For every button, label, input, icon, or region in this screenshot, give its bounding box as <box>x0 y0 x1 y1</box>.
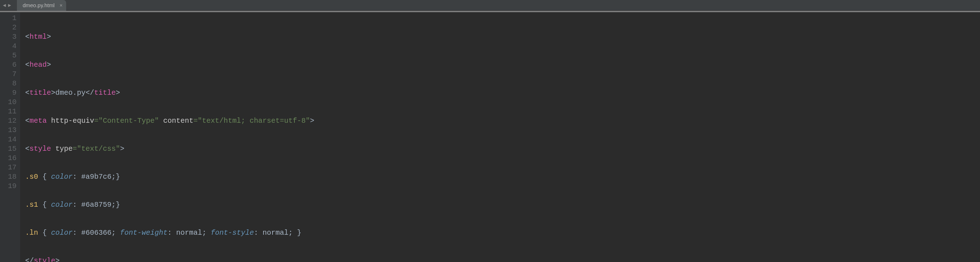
close-icon[interactable]: × <box>60 3 62 8</box>
code-editor[interactable]: 1 2 3 4 5 6 7 8 9 10 11 12 13 14 15 16 1… <box>0 12 980 262</box>
line-number: 6 <box>6 60 16 69</box>
line-number: 17 <box>6 163 16 172</box>
line-number-gutter: 1 2 3 4 5 6 7 8 9 10 11 12 13 14 15 16 1… <box>0 12 20 262</box>
line-number: 8 <box>6 79 16 88</box>
code-line[interactable]: .ln { color: #606366; font-weight: norma… <box>25 228 716 238</box>
line-number: 7 <box>6 69 16 79</box>
line-number: 19 <box>6 182 16 191</box>
line-number: 3 <box>6 32 16 42</box>
line-number: 13 <box>6 126 16 135</box>
line-number: 9 <box>6 88 16 98</box>
line-number: 16 <box>6 154 16 163</box>
code-line[interactable]: <meta http-equiv="Content-Type" content=… <box>25 116 716 126</box>
line-number: 15 <box>6 144 16 154</box>
code-line[interactable]: .s1 { color: #6a8759;} <box>25 200 716 210</box>
line-number: 12 <box>6 116 16 126</box>
code-line[interactable]: <head> <box>25 60 716 69</box>
line-number: 14 <box>6 135 16 144</box>
line-number: 10 <box>6 98 16 107</box>
line-number: 2 <box>6 23 16 32</box>
toolbar: ◀ ▶ dmeo.py.html × <box>0 0 980 11</box>
nav-forward-icon[interactable]: ▶ <box>8 3 11 8</box>
code-line[interactable]: <html> <box>25 32 716 42</box>
code-line[interactable]: </style> <box>25 256 716 262</box>
line-number: 18 <box>6 172 16 182</box>
editor-tab[interactable]: dmeo.py.html × <box>17 0 66 11</box>
code-line[interactable]: <style type="text/css"> <box>25 144 716 154</box>
tab-title: dmeo.py.html <box>23 2 55 8</box>
code-line[interactable]: .s0 { color: #a9b7c6;} <box>25 172 716 182</box>
nav-back-icon[interactable]: ◀ <box>3 3 6 8</box>
line-number: 4 <box>6 42 16 51</box>
line-number: 5 <box>6 51 16 60</box>
line-number: 11 <box>6 107 16 116</box>
code-area[interactable]: <html> <head> <title>dmeo.py</title> <me… <box>20 12 716 262</box>
line-number: 1 <box>6 14 16 23</box>
code-line[interactable]: <title>dmeo.py</title> <box>25 88 716 98</box>
